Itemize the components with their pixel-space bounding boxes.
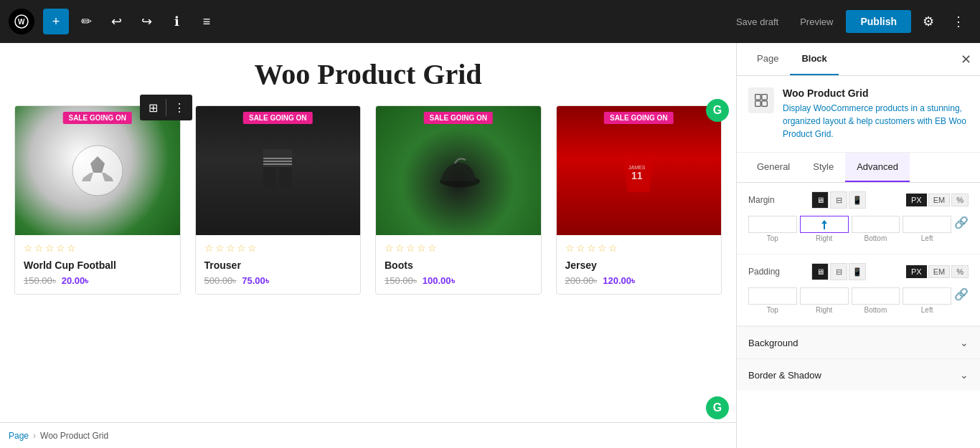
margin-tablet-btn[interactable]: ⊟ xyxy=(830,191,847,209)
right-panel: Page Block ✕ Woo Product Grid Display Wo… xyxy=(736,43,980,448)
block-grid-icon[interactable]: ⊞ xyxy=(140,95,166,120)
publish-button[interactable]: Publish xyxy=(846,10,911,33)
padding-bottom-label: Bottom xyxy=(864,306,887,314)
block-more-button[interactable]: ⋮ xyxy=(166,95,192,120)
padding-grid: Top Right Bottom Left xyxy=(748,287,951,317)
product-image-2 xyxy=(196,106,361,235)
old-price-4: 200.00৳ xyxy=(565,275,598,287)
star-rating-2: ☆ ☆ ☆ ☆ ☆ xyxy=(204,242,352,254)
save-draft-button[interactable]: Save draft xyxy=(727,12,787,32)
padding-left-label: Left xyxy=(921,306,933,314)
breadcrumb-separator: › xyxy=(33,431,36,441)
star: ☆ xyxy=(67,242,76,254)
more-options-button[interactable]: ⋮ xyxy=(946,9,971,34)
star: ☆ xyxy=(56,242,65,254)
main-layout: Woo Product Grid ⊞ ⋮ G SALE GOING ON xyxy=(0,43,980,448)
padding-bottom-group: Bottom xyxy=(852,287,900,314)
preview-button[interactable]: Preview xyxy=(791,12,842,32)
padding-right-group: Right xyxy=(800,287,849,314)
product-card-1[interactable]: SALE GOING ON ☆ ☆ ☆ ☆ ☆ xyxy=(14,105,181,295)
sale-badge-4: SALE GOING ON xyxy=(604,112,674,124)
padding-link-button[interactable]: 🔗 xyxy=(954,287,969,301)
margin-right-input[interactable] xyxy=(800,216,849,233)
price-area-3: 150.00৳ 100.00৳ xyxy=(385,275,532,287)
breadcrumb-page[interactable]: Page xyxy=(9,431,29,441)
redo-button[interactable]: ↪ xyxy=(133,9,159,34)
padding-unit-em[interactable]: EM xyxy=(928,265,951,278)
sub-tab-general[interactable]: General xyxy=(745,153,801,182)
background-header[interactable]: Background ⌄ xyxy=(737,327,980,358)
margin-left-input[interactable] xyxy=(903,216,951,233)
canvas-area[interactable]: Woo Product Grid ⊞ ⋮ G SALE GOING ON xyxy=(0,43,736,448)
product-card-2[interactable]: SALE GOING ON ☆ ☆ ☆ xyxy=(195,105,362,295)
product-name-1: World Cup Football xyxy=(24,259,171,271)
info-button[interactable]: ℹ xyxy=(164,9,189,34)
new-price-1: 20.00৳ xyxy=(62,275,89,287)
product-grid: SALE GOING ON ☆ ☆ ☆ ☆ ☆ xyxy=(14,105,722,295)
sub-tab-advanced[interactable]: Advanced xyxy=(845,153,910,182)
border-shadow-header[interactable]: Border & Shadow ⌄ xyxy=(737,359,980,391)
margin-mobile-btn[interactable]: 📱 xyxy=(849,191,866,209)
padding-mobile-btn[interactable]: 📱 xyxy=(849,263,866,280)
tab-page[interactable]: Page xyxy=(745,43,790,75)
margin-bottom-group: Bottom xyxy=(852,216,900,242)
tab-block[interactable]: Block xyxy=(790,43,838,75)
wp-logo-icon[interactable]: W xyxy=(9,9,34,34)
undo-button[interactable]: ↩ xyxy=(103,9,129,34)
margin-top-input[interactable] xyxy=(748,216,797,233)
sub-tab-style[interactable]: Style xyxy=(801,153,845,182)
padding-unit-buttons: PX EM % xyxy=(906,265,969,278)
edit-button[interactable]: ✏ xyxy=(73,9,99,34)
add-block-button[interactable]: + xyxy=(43,9,69,34)
product-name-3: Boots xyxy=(385,259,532,271)
star-rating-3: ☆ ☆ ☆ ☆ ☆ xyxy=(385,242,532,254)
product-card-3[interactable]: SALE GOING ON ☆ ☆ ☆ ☆ ☆ xyxy=(375,105,542,295)
panel-tabs: Page Block ✕ xyxy=(737,43,980,76)
padding-header: Padding 🖥 ⊟ 📱 PX EM % xyxy=(748,263,969,280)
padding-top-input[interactable] xyxy=(748,287,797,305)
sale-badge-1: SALE GOING ON xyxy=(62,112,132,124)
margin-left-label: Left xyxy=(921,234,933,242)
product-body-3: ☆ ☆ ☆ ☆ ☆ Boots 150.00৳ 100.00৳ xyxy=(376,235,541,294)
product-name-2: Trouser xyxy=(204,259,352,271)
grammarly-top-icon: G xyxy=(706,99,729,122)
sale-badge-3: SALE GOING ON xyxy=(423,112,493,124)
margin-controls: Top Right B xyxy=(748,216,951,242)
new-price-4: 120.00৳ xyxy=(603,275,635,287)
new-price-3: 100.00৳ xyxy=(423,275,455,287)
margin-desktop-btn[interactable]: 🖥 xyxy=(811,191,829,209)
product-card-4[interactable]: SALE GOING ON 11 JAMES ☆ ☆ ☆ ☆ ☆ xyxy=(556,105,722,295)
settings-button[interactable]: ⚙ xyxy=(915,9,941,34)
border-shadow-title: Border & Shadow xyxy=(748,370,821,381)
sale-badge-2: SALE GOING ON xyxy=(243,112,313,124)
margin-unit-px[interactable]: PX xyxy=(906,194,927,206)
padding-unit-pct[interactable]: % xyxy=(951,265,969,278)
svg-rect-11 xyxy=(263,163,292,165)
padding-tablet-btn[interactable]: ⊟ xyxy=(830,263,847,280)
padding-unit-px[interactable]: PX xyxy=(906,265,927,278)
panel-close-button[interactable]: ✕ xyxy=(961,52,971,67)
margin-unit-buttons: PX EM % xyxy=(906,194,969,206)
list-view-button[interactable]: ≡ xyxy=(194,9,220,34)
new-price-2: 75.00৳ xyxy=(242,275,269,287)
padding-right-input[interactable] xyxy=(800,287,849,305)
product-name-4: Jersey xyxy=(565,259,713,271)
margin-unit-pct[interactable]: % xyxy=(951,194,969,206)
margin-link-button[interactable]: 🔗 xyxy=(954,216,969,229)
padding-bottom-input[interactable] xyxy=(852,287,900,305)
margin-right-group: Right xyxy=(800,216,849,242)
padding-controls: Top Right Bottom Left xyxy=(748,287,951,314)
background-title: Background xyxy=(748,338,798,348)
svg-rect-7 xyxy=(263,167,276,189)
star: ☆ xyxy=(45,242,55,254)
margin-bottom-input[interactable] xyxy=(852,216,900,233)
svg-rect-15 xyxy=(755,95,761,100)
margin-unit-em[interactable]: EM xyxy=(928,194,951,206)
product-image-3 xyxy=(376,106,541,235)
padding-left-input[interactable] xyxy=(903,287,951,305)
breadcrumb-current: Woo Product Grid xyxy=(40,431,108,441)
padding-spacing-wrapper: Top Right Bottom Left xyxy=(748,287,969,317)
margin-label: Margin xyxy=(748,195,806,205)
star: ☆ xyxy=(34,242,44,254)
padding-desktop-btn[interactable]: 🖥 xyxy=(811,263,829,280)
